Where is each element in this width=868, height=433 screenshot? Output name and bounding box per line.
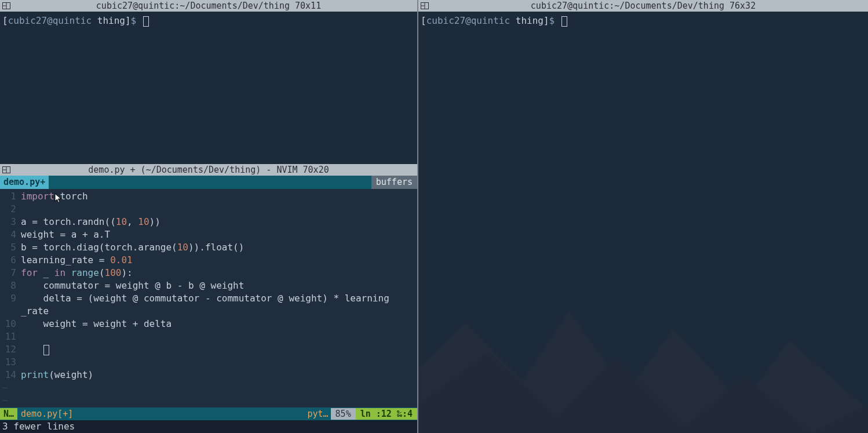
terminal-pane-upper-left[interactable]: [cubic27@quintic thing]$ <box>0 12 417 164</box>
code-line: 6 learning_rate = 0.01 <box>0 254 417 267</box>
svg-marker-10 <box>418 352 868 433</box>
code-line: 12 <box>0 343 417 356</box>
pane-layout-icon <box>1 165 12 175</box>
code-line: 5 b = torch.diag(torch.arange(10)).float… <box>0 241 417 254</box>
nvim-editor-pane[interactable]: demo.py+ buffers 1 import torch 2 3 <box>0 176 417 433</box>
terminal-cursor <box>143 16 149 27</box>
nvim-empty-tilde: ~ <box>0 381 417 394</box>
svg-marker-9 <box>418 311 868 433</box>
pane-layout-icon <box>1 1 12 11</box>
shell-prompt: [cubic27@quintic thing]$ <box>421 15 866 27</box>
nvim-status-position: ln :12 ‰:4 <box>356 408 417 420</box>
code-line: 11 <box>0 330 417 343</box>
titlebar-right[interactable]: cubic27@quintic:~/Documents/Dev/thing 76… <box>418 0 868 12</box>
nvim-mode-indicator: N… <box>0 408 17 420</box>
code-line: 10 weight = weight + delta <box>0 318 417 330</box>
nvim-code-area[interactable]: 1 import torch 2 3 a = torch.randn((10, … <box>0 189 417 407</box>
titlebar-nvim[interactable]: demo.py + (~/Documents/Dev/thing) - NVIM… <box>0 164 417 176</box>
nvim-status-percent: 85% <box>331 408 356 420</box>
titlebar-text: cubic27@quintic:~/Documents/Dev/thing 76… <box>531 0 756 12</box>
code-line: 3 a = torch.randn((10, 10)) <box>0 216 417 228</box>
code-line: 8 commutator = weight @ b - b @ weight <box>0 279 417 292</box>
nvim-empty-tilde: ~ <box>0 394 417 407</box>
shell-prompt: [cubic27@quintic thing]$ <box>2 15 415 27</box>
nvim-status-file: demo.py[+] <box>17 409 76 419</box>
nvim-status-line: N… demo.py[+] pyt… 85% ln :12 ‰:4 <box>0 407 417 420</box>
wallpaper-mountains <box>418 230 868 433</box>
code-line: 4 weight = a + a.T <box>0 228 417 241</box>
code-line: _rate <box>0 305 417 318</box>
terminal-pane-right[interactable]: [cubic27@quintic thing]$ <box>418 12 868 433</box>
titlebar-text: demo.py + (~/Documents/Dev/thing) - NVIM… <box>88 164 329 176</box>
code-line: 7 for _ in range(100): <box>0 267 417 279</box>
nvim-cursor <box>43 345 49 355</box>
nvim-message-line: 3 fewer lines <box>0 420 417 433</box>
terminal-cursor <box>561 16 567 27</box>
code-line: 13 <box>0 356 417 369</box>
nvim-status-filetype: pyt… <box>305 409 330 419</box>
nvim-tab-bar: demo.py+ buffers <box>0 176 417 189</box>
titlebar-text: cubic27@quintic:~/Documents/Dev/thing 70… <box>96 0 321 12</box>
nvim-tab-buffers[interactable]: buffers <box>371 176 417 189</box>
code-line: 2 <box>0 203 417 216</box>
nvim-tab-active[interactable]: demo.py+ <box>0 176 49 189</box>
code-line: 1 import torch <box>0 190 417 203</box>
code-line: 9 delta = (weight @ commutator - commuta… <box>0 292 417 305</box>
pane-layout-icon <box>420 1 430 11</box>
code-line: 14 print(weight) <box>0 369 417 381</box>
titlebar-upper-left[interactable]: cubic27@quintic:~/Documents/Dev/thing 70… <box>0 0 417 12</box>
